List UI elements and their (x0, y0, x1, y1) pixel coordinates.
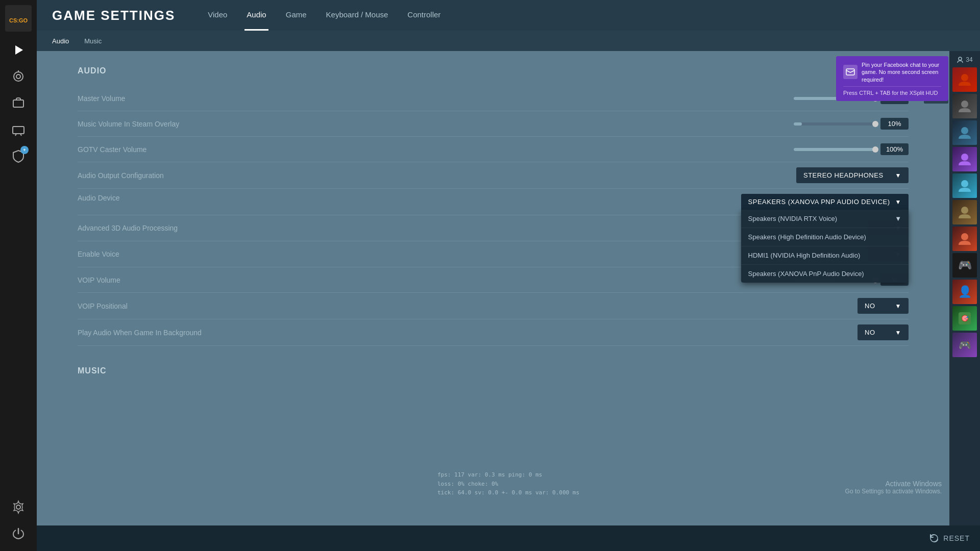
audio-output-control: STEREO HEADPHONES ▼ (796, 167, 909, 183)
friend-avatar-11[interactable]: 🎮 (952, 333, 977, 357)
subtab-audio[interactable]: Audio (52, 31, 69, 51)
play-audio-bg-arrow: ▼ (895, 329, 901, 336)
music-overlay-control: 10% (794, 118, 909, 130)
sub-tabs: Audio Music (37, 31, 980, 51)
play-audio-bg-label: Play Audio When Game In Background (78, 329, 857, 337)
friends-count-value: 34 (966, 56, 972, 63)
music-overlay-thumb[interactable] (872, 121, 878, 127)
svg-point-22 (930, 535, 938, 542)
music-section-title: Music (78, 366, 909, 375)
audio-option-4[interactable]: Speakers (XANOVA PnP Audio Device) (741, 265, 909, 283)
audio-output-label: Audio Output Configuration (78, 171, 796, 180)
music-overlay-fill (794, 122, 802, 126)
audio-option-2-label: Speakers (High Definition Audio Device) (748, 233, 866, 241)
tab-video[interactable]: Video (206, 0, 229, 31)
audio-device-selected: SPEAKERS (XANOVA PNP AUDIO DEVICE) (748, 198, 890, 206)
audio-option-3[interactable]: HDMI1 (NVIDIA High Definition Audio) (741, 246, 909, 265)
friend-avatar-5[interactable] (952, 173, 977, 198)
tab-game[interactable]: Game (284, 0, 309, 31)
tab-keyboard-mouse[interactable]: Keyboard / Mouse (324, 0, 390, 31)
audio-option-1-arrow: ▼ (895, 215, 901, 222)
main-nav: Video Audio Game Keyboard / Mouse Contro… (206, 0, 443, 31)
play-audio-bg-row: Play Audio When Game In Background NO ▼ (78, 319, 909, 346)
music-overlay-row: Music Volume In Steam Overlay 10% (78, 111, 909, 137)
audio-device-label: Audio Device (78, 194, 741, 202)
friend-avatar-7[interactable] (952, 227, 977, 251)
master-volume-row: Master Volume 100% (78, 86, 909, 111)
gotv-control: 100% (794, 143, 909, 155)
page-title: GAME SETTINGS (52, 8, 175, 23)
voip-positional-row: VOIP Positional NO ▼ (78, 293, 909, 319)
svg-point-15 (961, 154, 968, 161)
svg-point-14 (961, 127, 968, 134)
sidebar-item-tv[interactable] (6, 117, 31, 142)
svg-point-17 (961, 207, 968, 214)
music-overlay-track[interactable] (794, 122, 875, 126)
sidebar-item-power[interactable] (6, 521, 31, 546)
audio-output-dropdown[interactable]: STEREO HEADPHONES ▼ (796, 167, 909, 183)
gotv-label: GOTV Caster Volume (78, 145, 794, 154)
friend-avatar-1[interactable] (952, 67, 977, 92)
svg-rect-21 (846, 69, 854, 75)
tab-controller[interactable]: Controller (405, 0, 443, 31)
audio-device-list: Speakers (NVIDIA RTX Voice) ▼ Speakers (… (741, 210, 909, 283)
notification-header: Pin your Facebook chat to your game. No … (843, 61, 941, 83)
settings-panel: Audio Master Volume 100% Music Volume In… (37, 51, 949, 525)
sidebar-item-settings[interactable] (6, 495, 31, 519)
subtab-music[interactable]: Music (84, 31, 102, 51)
friend-avatar-4[interactable] (952, 147, 977, 171)
gotv-thumb[interactable] (872, 146, 878, 153)
friend-avatar-2[interactable] (952, 94, 977, 118)
notification-subtitle: Press CTRL + TAB for the XSplit HUD (843, 86, 941, 96)
audio-option-1[interactable]: Speakers (NVIDIA RTX Voice) ▼ (741, 210, 909, 228)
audio-option-1-label: Speakers (NVIDIA RTX Voice) (748, 215, 838, 222)
shield-badge: + (20, 146, 29, 154)
svg-point-12 (961, 74, 968, 81)
sidebar-item-inventory[interactable] (6, 91, 31, 115)
gotv-value: 100% (880, 143, 909, 155)
reset-button[interactable]: RESET (929, 533, 970, 543)
voip-positional-control: NO ▼ (857, 298, 909, 314)
friend-avatar-9[interactable]: 👤 (952, 280, 977, 304)
notification-title: Pin your Facebook chat to your game. No … (862, 61, 941, 83)
audio-option-2[interactable]: Speakers (High Definition Audio Device) (741, 228, 909, 246)
svg-marker-2 (15, 45, 23, 55)
reset-label: RESET (943, 534, 970, 542)
play-audio-bg-dropdown[interactable]: NO ▼ (857, 324, 909, 340)
friends-count: 34 (954, 54, 974, 65)
left-sidebar: CS:GO + (0, 0, 37, 551)
audio-device-dropdown[interactable]: SPEAKERS (XANOVA PNP AUDIO DEVICE) ▼ (741, 194, 909, 210)
audio-device-row: Audio Device SPEAKERS (XANOVA PNP AUDIO … (78, 189, 909, 215)
svg-point-3 (14, 72, 23, 81)
svg-rect-6 (13, 100, 23, 107)
sidebar-item-play[interactable] (6, 38, 31, 62)
svg-point-4 (16, 74, 20, 79)
gotv-row: GOTV Caster Volume 100% (78, 137, 909, 162)
audio-device-control: SPEAKERS (XANOVA PNP AUDIO DEVICE) ▼ Spe… (741, 194, 909, 210)
friend-avatar-6[interactable] (952, 200, 977, 224)
sidebar-item-shield[interactable]: + (6, 144, 31, 168)
content-area: Audio Master Volume 100% Music Volume In… (37, 51, 980, 525)
svg-point-11 (959, 57, 962, 60)
voip-positional-value: NO (865, 302, 875, 310)
gotv-track[interactable] (794, 148, 875, 151)
svg-text:CS:GO: CS:GO (9, 17, 28, 23)
audio-device-wrapper: SPEAKERS (XANOVA PNP AUDIO DEVICE) ▼ Spe… (741, 194, 909, 210)
gotv-fill (794, 148, 875, 151)
friend-avatar-10[interactable]: 🎯 (952, 306, 977, 331)
audio-option-3-label: HDMI1 (NVIDIA High Definition Audio) (748, 252, 861, 259)
svg-rect-7 (13, 127, 24, 134)
csgo-logo[interactable]: CS:GO (5, 5, 32, 32)
voip-positional-dropdown[interactable]: NO ▼ (857, 298, 909, 314)
master-volume-label: Master Volume (78, 94, 794, 103)
audio-output-arrow: ▼ (895, 172, 901, 179)
music-overlay-label: Music Volume In Steam Overlay (78, 120, 794, 128)
audio-device-arrow: ▼ (895, 198, 901, 206)
sidebar-item-radio[interactable] (6, 64, 31, 89)
audio-output-row: Audio Output Configuration STEREO HEADPH… (78, 162, 909, 189)
friend-avatar-8[interactable]: 🎮 (952, 253, 977, 278)
audio-option-4-label: Speakers (XANOVA PnP Audio Device) (748, 270, 864, 278)
tab-audio[interactable]: Audio (244, 0, 268, 31)
footer: RESET (37, 525, 980, 551)
friend-avatar-3[interactable] (952, 120, 977, 145)
